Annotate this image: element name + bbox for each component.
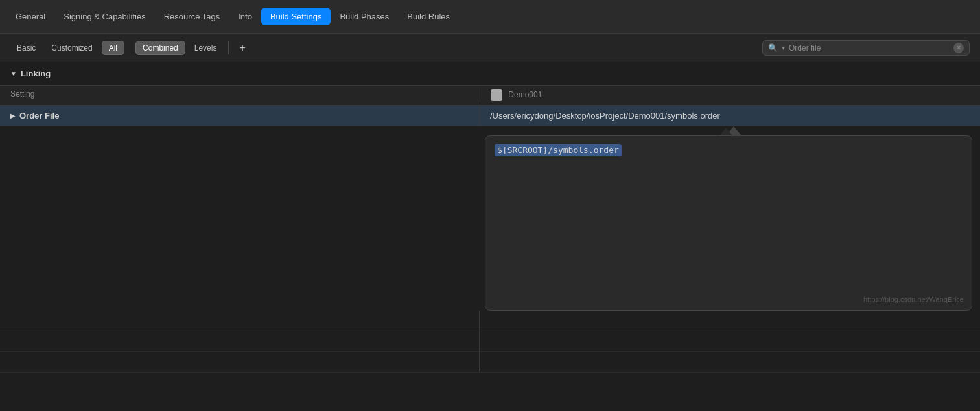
table-header: Setting Demo001 [0,85,980,106]
levels-button[interactable]: Levels [188,41,224,55]
table-row[interactable]: ▶ Order File /Users/ericydong/Desktop/io… [0,106,980,126]
search-clear-button[interactable]: ✕ [953,43,964,53]
section-header: ▼ Linking [0,62,980,85]
popup-value-highlight[interactable]: ${SRCROOT}/symbols.order [495,144,622,156]
empty-setting-col-1 [0,311,480,331]
search-container: 🔍 ▾ ✕ [762,40,970,56]
section-collapse-arrow[interactable]: ▼ [10,70,17,77]
combined-button[interactable]: Combined [135,41,185,55]
value-cell: /Users/ericydong/Desktop/iosProject/Demo… [480,106,980,126]
content-area: ▼ Linking Setting Demo001 ▶ Order File /… [0,62,980,411]
empty-row-2 [0,331,980,352]
tab-build-rules[interactable]: Build Rules [398,8,459,25]
toolbar-separator-2 [228,41,229,54]
popup-box: ${SRCROOT}/symbols.order https://blog.cs… [485,135,972,311]
all-button[interactable]: All [102,41,124,55]
empty-setting-col-2 [0,331,480,351]
row-label: Order File [19,111,59,121]
tab-info[interactable]: Info [229,8,261,25]
empty-row-1 [0,311,980,331]
add-button[interactable]: + [234,41,250,55]
popup-wrapper: ${SRCROOT}/symbols.order https://blog.cs… [0,126,980,311]
customized-button[interactable]: Customized [45,41,99,55]
row-value: /Users/ericydong/Desktop/iosProject/Demo… [490,111,720,121]
popup-arrow-inner [719,128,732,135]
search-input[interactable] [789,43,950,53]
popup-value-text: ${SRCROOT}/symbols.order [495,144,622,156]
setting-col-header: Setting [0,86,480,105]
search-dropdown-arrow[interactable]: ▾ [782,44,785,51]
popup-arrow-container [726,126,741,135]
empty-row-3 [0,352,980,373]
tab-build-phases[interactable]: Build Phases [331,8,398,25]
basic-button[interactable]: Basic [10,41,42,55]
nav-bar: General Signing & Capabilities Resource … [0,0,980,34]
search-icon: 🔍 [768,43,778,53]
row-expand-arrow[interactable]: ▶ [10,112,16,119]
tab-general[interactable]: General [6,8,54,25]
empty-value-col-1 [480,311,980,331]
toolbar-separator [130,41,130,54]
value-col-header: Demo001 [480,86,980,105]
section-title: Linking [21,69,51,78]
popup-watermark: https://blog.csdn.net/WangErice [863,296,964,303]
empty-setting-col-3 [0,352,480,372]
empty-value-col-2 [480,331,980,351]
tab-build-settings[interactable]: Build Settings [261,8,331,25]
setting-cell: ▶ Order File [0,106,480,126]
toolbar: Basic Customized All Combined Levels + 🔍… [0,34,980,62]
tab-signing[interactable]: Signing & Capabilities [54,8,154,25]
empty-value-col-3 [480,352,980,372]
tab-resource-tags[interactable]: Resource Tags [155,8,229,25]
